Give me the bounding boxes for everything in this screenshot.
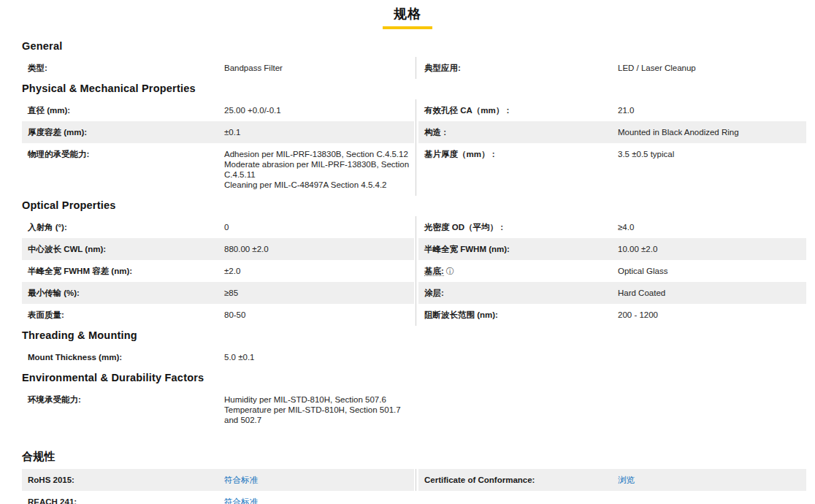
spec-row: 厚度容差 (mm): ±0.1 构造 : Mounted in Black An…	[22, 121, 806, 143]
spec-row: 入射角 (°): 0 光密度 OD（平均） : ≥4.0	[22, 216, 806, 238]
spec-label: 中心波长 CWL (nm):	[22, 238, 218, 260]
page-title: 规格	[383, 5, 432, 29]
spec-value: ±2.0	[218, 260, 414, 282]
spec-row: REACH 241: 符合标准	[22, 491, 806, 504]
spec-label: Certificate of Conformance:	[418, 469, 612, 491]
spec-value: ±0.1	[218, 121, 414, 143]
spec-label: 类型:	[22, 57, 218, 79]
column-divider	[414, 282, 418, 304]
spec-value: 5.0 ±0.1	[218, 346, 414, 368]
spec-value: 80-50	[218, 304, 414, 326]
section-heading-physical: Physical & Mechanical Properties	[22, 83, 806, 94]
spec-value: 10.00 ±2.0	[612, 238, 806, 260]
spec-table: General 类型: Bandpass Filter 典型应用: LED / …	[0, 40, 815, 504]
column-divider	[414, 99, 418, 121]
column-divider	[414, 216, 418, 238]
spec-label: 基片厚度（mm） :	[418, 143, 612, 196]
spec-label: 构造 :	[418, 121, 612, 143]
spec-label: 有效孔径 CA（mm） :	[418, 99, 612, 121]
spec-label: 直径 (mm):	[22, 99, 218, 121]
spec-label: 阻断波长范围 (nm):	[418, 304, 612, 326]
spec-value: Mounted in Black Anodized Ring	[612, 121, 806, 143]
spec-label: 环境承受能力:	[22, 389, 218, 431]
spec-label: REACH 241:	[22, 491, 218, 504]
spec-value: 25.00 +0.0/-0.1	[218, 99, 414, 121]
substrate-label[interactable]: 基底:ⓘ	[418, 260, 612, 282]
section-heading-environmental: Environmental & Durability Factors	[22, 372, 806, 383]
spec-value: ≥85	[218, 282, 414, 304]
column-divider	[414, 389, 418, 431]
info-icon[interactable]: ⓘ	[446, 266, 454, 276]
spec-row: RoHS 2015: 符合标准 Certificate of Conforman…	[22, 469, 806, 491]
spec-value: 符合标准	[218, 469, 414, 491]
reach-compliant-link[interactable]: 符合标准	[224, 497, 258, 504]
spec-label: RoHS 2015:	[22, 469, 218, 491]
spec-row: Mount Thickness (mm): 5.0 ±0.1	[22, 346, 806, 368]
spec-value: Hard Coated	[612, 282, 806, 304]
column-divider	[414, 304, 418, 326]
section-heading-general: General	[22, 40, 806, 52]
spec-label: Mount Thickness (mm):	[22, 346, 218, 368]
spec-row: 最小传输 (%): ≥85 涂层: Hard Coated	[22, 282, 806, 304]
section-heading-optical: Optical Properties	[22, 199, 806, 211]
spec-label: 半峰全宽 FWHM 容差 (nm):	[22, 260, 218, 282]
spec-value: Humidity per MIL-STD-810H, Section 507.6…	[218, 389, 414, 431]
page-header: 规格	[0, 0, 815, 29]
column-divider	[414, 57, 418, 79]
spec-row: 物理的承受能力: Adhesion per MIL-PRF-13830B, Se…	[22, 143, 806, 196]
spec-value: 21.0	[612, 99, 806, 121]
spec-value: 3.5 ±0.5 typical	[612, 143, 806, 196]
column-divider	[414, 469, 418, 491]
spec-label: 表面质量:	[22, 304, 218, 326]
spec-row: 环境承受能力: Humidity per MIL-STD-810H, Secti…	[22, 389, 806, 431]
spec-row: 半峰全宽 FWHM 容差 (nm): ±2.0 基底:ⓘ Optical Gla…	[22, 260, 806, 282]
column-divider	[414, 121, 418, 143]
certificate-view-link[interactable]: 浏览	[618, 476, 635, 484]
spec-label: 涂层:	[418, 282, 612, 304]
spec-label: 典型应用:	[418, 57, 612, 79]
column-divider	[414, 260, 418, 282]
column-divider	[414, 238, 418, 260]
spec-value: 880.00 ±2.0	[218, 238, 414, 260]
column-divider	[414, 143, 418, 196]
spec-row: 中心波长 CWL (nm): 880.00 ±2.0 半峰全宽 FWHM (nm…	[22, 238, 806, 260]
spec-label: 入射角 (°):	[22, 216, 218, 238]
spec-value: Bandpass Filter	[218, 57, 414, 79]
spec-value: Optical Glass	[612, 260, 806, 282]
spec-row: 表面质量: 80-50 阻断波长范围 (nm): 200 - 1200	[22, 304, 806, 326]
spec-label: 半峰全宽 FWHM (nm):	[418, 238, 612, 260]
spec-row: 直径 (mm): 25.00 +0.0/-0.1 有效孔径 CA（mm） : 2…	[22, 99, 806, 121]
spec-label: 光密度 OD（平均） :	[418, 216, 612, 238]
section-heading-threading: Threading & Mounting	[22, 329, 806, 341]
spec-row: 类型: Bandpass Filter 典型应用: LED / Laser Cl…	[22, 57, 806, 79]
spec-value: 200 - 1200	[612, 304, 806, 326]
column-divider	[414, 346, 418, 368]
spec-value: 符合标准	[218, 491, 414, 504]
rohs-compliant-link[interactable]: 符合标准	[224, 476, 258, 484]
spec-label: 物理的承受能力:	[22, 143, 218, 196]
column-divider	[414, 491, 418, 504]
spec-value: Adhesion per MIL-PRF-13830B, Section C.4…	[218, 143, 414, 196]
spec-value: 浏览	[612, 469, 806, 491]
spec-label: 最小传输 (%):	[22, 282, 218, 304]
spec-value: 0	[218, 216, 414, 238]
spec-value: LED / Laser Cleanup	[612, 57, 806, 79]
spec-value: ≥4.0	[612, 216, 806, 238]
spec-label: 厚度容差 (mm):	[22, 121, 218, 143]
section-heading-compliance: 合规性	[22, 450, 806, 464]
